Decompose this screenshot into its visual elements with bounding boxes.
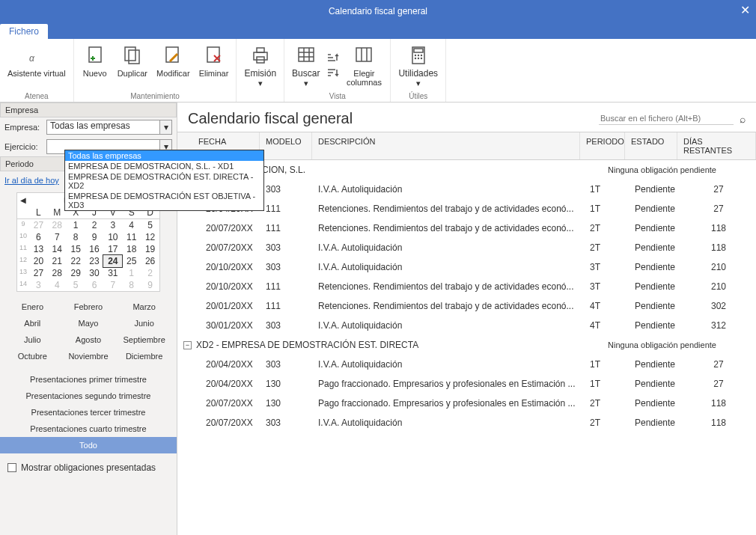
dropdown-item[interactable]: EMPRESA DE DEMOSTRACIÓN EST. DIRECTA - X… [65, 171, 263, 191]
quick-filter[interactable]: Todo [0, 437, 177, 453]
calendar-day[interactable]: 4 [48, 279, 67, 291]
calendar-day[interactable]: 5 [141, 219, 159, 231]
dropdown-item[interactable]: EMPRESA DE DEMOSTRACIÓN EST OBJETIVA - X… [65, 191, 263, 210]
eliminar-button[interactable]: Eliminar [196, 42, 232, 91]
calendar-day[interactable]: 28 [48, 219, 67, 231]
calendar-day[interactable]: 7 [48, 231, 67, 243]
table-row[interactable]: 20/01/20XX111Retenciones. Rendimientos d… [177, 296, 756, 316]
table-row[interactable]: 30/01/20XX303I.V.A. Autoliquidación4TPen… [177, 316, 756, 335]
sort-asc-button[interactable] [326, 52, 339, 66]
calendar-day[interactable]: 14 [48, 243, 67, 255]
calendar-day[interactable]: 20 [29, 255, 48, 267]
calendar-day[interactable]: 29 [67, 267, 85, 279]
month-link[interactable]: Marzo [116, 302, 172, 311]
asistente-virtual-button[interactable]: α Asistente virtual [4, 42, 69, 91]
quick-filter[interactable]: Presentaciones cuarto trimestre [0, 421, 177, 437]
empresa-combo[interactable]: Todas las empresas▾ [46, 120, 172, 135]
table-row[interactable]: 20/07/20XX130Pago fraccionado. Empresari… [177, 394, 756, 413]
prev-month-icon[interactable]: ◀ [20, 196, 26, 204]
calendar-day[interactable]: 2 [85, 219, 104, 231]
svg-rect-3 [129, 50, 139, 64]
quick-filter[interactable]: Presentaciones primer trimestre [0, 371, 177, 388]
group-header[interactable]: −XD2 - EMPRESA DE DEMOSTRACIÓN EST. DIRE… [177, 335, 756, 355]
quick-filter[interactable]: Presentaciones tercer trimestre [0, 404, 177, 421]
duplicar-button[interactable]: Duplicar [115, 42, 150, 91]
buscar-button[interactable]: Buscar▾ [289, 42, 323, 91]
utilidades-button[interactable]: Utilidades▾ [395, 42, 441, 91]
month-link[interactable]: Septiembre [116, 335, 172, 344]
calendar-day[interactable]: 8 [67, 231, 85, 243]
quick-filter[interactable]: Presentaciones segundo trimestre [0, 388, 177, 404]
calendar-day[interactable]: 16 [85, 243, 104, 255]
calendar-day[interactable]: 28 [48, 267, 67, 279]
month-link[interactable]: Mayo [61, 319, 117, 328]
table-row[interactable]: 20/04/20XX303I.V.A. Autoliquidación1TPen… [177, 355, 756, 374]
show-presented-checkbox[interactable]: Mostrar obligaciones presentadas [0, 456, 177, 479]
calendar-day[interactable]: 31 [103, 267, 122, 279]
calendar-day[interactable]: 3 [29, 279, 48, 291]
search-input[interactable] [599, 112, 734, 125]
calendar-day[interactable]: 24 [103, 255, 122, 267]
collapse-icon[interactable]: − [183, 341, 192, 349]
emision-button[interactable]: Emisión▾ [241, 42, 279, 91]
month-link[interactable]: Diciembre [116, 352, 172, 361]
month-link[interactable]: Junio [116, 319, 172, 328]
month-link[interactable]: Abril [4, 319, 61, 328]
calendar-day[interactable]: 10 [103, 231, 122, 243]
calendar-day[interactable]: 6 [85, 279, 104, 291]
month-link[interactable]: Febrero [61, 302, 117, 311]
dropdown-item[interactable]: Todas las empresas [65, 150, 263, 161]
month-link[interactable]: Enero [4, 302, 61, 311]
month-link[interactable]: Agosto [61, 335, 117, 344]
modificar-button[interactable]: Modificar [153, 42, 193, 91]
calendar-day[interactable]: 25 [122, 255, 141, 267]
calendar-day[interactable]: 18 [122, 243, 141, 255]
calendar-day[interactable]: 11 [122, 231, 141, 243]
month-link[interactable]: Noviembre [61, 352, 117, 361]
table-row[interactable]: 20/07/20XX303I.V.A. Autoliquidación2TPen… [177, 238, 756, 257]
calendar-day[interactable]: 21 [48, 255, 67, 267]
col-dias[interactable]: DÍAS RESTANTES [677, 132, 756, 159]
calendar-day[interactable]: 9 [141, 279, 159, 291]
table-row[interactable]: 20/07/20XX303I.V.A. Autoliquidación2TPen… [177, 413, 756, 432]
tab-fichero[interactable]: Fichero [0, 24, 48, 39]
calendar-day[interactable]: 7 [103, 279, 122, 291]
calendar-day[interactable]: 22 [67, 255, 85, 267]
month-link[interactable]: Julio [4, 335, 61, 344]
calendar-day[interactable]: 15 [67, 243, 85, 255]
calendar-day[interactable]: 19 [141, 243, 159, 255]
calendar-day[interactable]: 12 [141, 231, 159, 243]
table-row[interactable]: 20/10/20XX303I.V.A. Autoliquidación3TPen… [177, 257, 756, 277]
table-row[interactable]: 20/04/20XX130Pago fraccionado. Empresari… [177, 374, 756, 394]
calendar-day[interactable]: 6 [29, 231, 48, 243]
calendar-day[interactable]: 27 [29, 219, 48, 231]
calendar-day[interactable]: 17 [103, 243, 122, 255]
nuevo-button[interactable]: Nuevo [79, 42, 112, 91]
calendar-day[interactable]: 30 [85, 267, 104, 279]
dropdown-item[interactable]: EMPRESA DE DEMOSTRACION, S.L. - XD1 [65, 161, 263, 171]
col-modelo[interactable]: MODELO [260, 132, 312, 159]
calendar-day[interactable]: 3 [103, 219, 122, 231]
calendar-day[interactable]: 1 [67, 219, 85, 231]
calendar-day[interactable]: 13 [29, 243, 48, 255]
calendar-day[interactable]: 2 [141, 267, 159, 279]
calendar-day[interactable]: 26 [141, 255, 159, 267]
calendar-day[interactable]: 5 [67, 279, 85, 291]
calendar-day[interactable]: 9 [85, 231, 104, 243]
table-row[interactable]: 20/10/20XX111Retenciones. Rendimientos d… [177, 277, 756, 296]
table-row[interactable]: 20/07/20XX111Retenciones. Rendimientos d… [177, 218, 756, 238]
col-estado[interactable]: ESTADO [625, 132, 677, 159]
sort-desc-button[interactable] [326, 67, 339, 81]
calendar-day[interactable]: 23 [85, 255, 104, 267]
month-link[interactable]: Octubre [4, 352, 61, 361]
col-periodo[interactable]: PERIODO [580, 132, 625, 159]
calendar-day[interactable]: 1 [122, 267, 141, 279]
calendar-day[interactable]: 27 [29, 267, 48, 279]
close-icon[interactable]: ✕ [740, 3, 750, 17]
search-icon[interactable]: ⌕ [740, 113, 746, 125]
elegir-columnas-button[interactable]: Elegir columnas [342, 42, 385, 91]
col-desc[interactable]: DESCRIPCIÓN [312, 132, 580, 159]
calendar-day[interactable]: 4 [122, 219, 141, 231]
calendar-day[interactable]: 8 [122, 279, 141, 291]
svg-point-16 [415, 58, 416, 59]
